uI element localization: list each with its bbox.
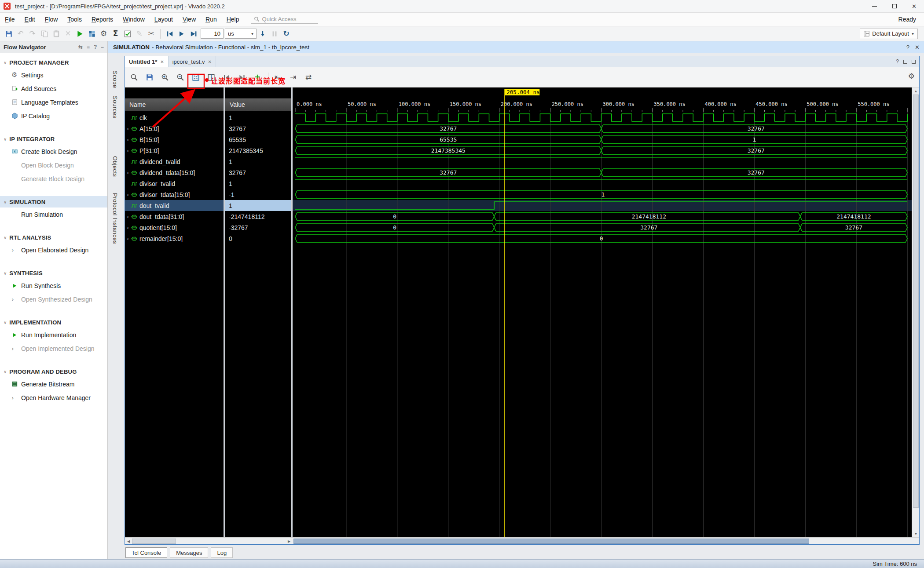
flow-menu-icon[interactable]: ≡: [87, 44, 90, 50]
scroll-left-icon[interactable]: ◀: [125, 538, 132, 545]
settings-gear-icon[interactable]: ⚙: [98, 28, 110, 40]
menu-window[interactable]: Window: [118, 13, 150, 26]
minimize-button[interactable]: [865, 0, 884, 12]
flow-section-header-implementation[interactable]: ∨IMPLEMENTATION: [0, 317, 107, 328]
menu-file[interactable]: File: [0, 13, 20, 26]
signal-row-quotient-15-0[interactable]: ›quotient[15:0]: [125, 222, 224, 233]
collapse-icon[interactable]: ∨: [4, 235, 7, 240]
close-button[interactable]: ✕: [904, 0, 924, 12]
context-help-icon[interactable]: ?: [906, 44, 909, 51]
wave-vertical-scrollbar[interactable]: ▲ ▼: [912, 87, 919, 537]
run-for-icon[interactable]: [187, 28, 199, 40]
bottom-tab-log[interactable]: Log: [211, 547, 233, 558]
expander-icon[interactable]: ›: [125, 236, 131, 242]
vertical-scroll-thumb[interactable]: [913, 95, 919, 508]
bottom-tab-messages[interactable]: Messages: [170, 547, 208, 558]
expander-icon[interactable]: ›: [125, 170, 131, 176]
flow-section-header-simulation[interactable]: ∨SIMULATION: [0, 196, 107, 208]
side-tab-objects[interactable]: Objects: [112, 156, 118, 177]
scroll-up-icon[interactable]: ▲: [912, 87, 920, 95]
tab-ipcore-test-v[interactable]: ipcore_test.v✕: [169, 56, 216, 67]
scroll-down-icon[interactable]: ▼: [912, 530, 920, 537]
step-icon[interactable]: [257, 28, 268, 40]
menu-reports[interactable]: Reports: [87, 13, 118, 26]
context-close-icon[interactable]: ✕: [915, 44, 920, 51]
signal-row-p-31-0[interactable]: ›P[31:0]: [125, 145, 224, 156]
menu-layout[interactable]: Layout: [150, 13, 178, 26]
sim-unit-select[interactable]: us ▾: [225, 29, 257, 39]
run-all-icon[interactable]: [176, 28, 187, 40]
window-help-icon[interactable]: ?: [896, 58, 899, 65]
report-icon[interactable]: [121, 28, 133, 40]
go-to-last-time-icon[interactable]: ⇥: [287, 72, 299, 83]
signal-row-dout-tdata-31-0[interactable]: ›dout_tdata[31:0]: [125, 211, 224, 222]
collapse-icon[interactable]: ∨: [4, 320, 7, 325]
menu-view[interactable]: View: [178, 13, 201, 26]
flow-item-run-synthesis[interactable]: Run Synthesis: [0, 279, 107, 292]
quick-access[interactable]: Quick Access: [251, 15, 318, 24]
side-tab-scope[interactable]: Scope: [112, 71, 118, 88]
signal-row-dout-tvalid[interactable]: dout_tvalid: [125, 200, 224, 211]
flow-section-header-synthesis[interactable]: ∨SYNTHESIS: [0, 267, 107, 279]
wave-scroll-thumb[interactable]: [293, 539, 809, 544]
flow-item-settings[interactable]: ⚙Settings: [0, 68, 107, 82]
name-column-header[interactable]: Name: [129, 101, 146, 108]
edit-icon[interactable]: ✎: [133, 28, 145, 40]
scroll-right-icon[interactable]: ▶: [286, 538, 293, 545]
signal-row-divisor-tdata-15-0[interactable]: ›divisor_tdata[15:0]: [125, 189, 224, 200]
signal-row-divisor-tvalid[interactable]: divisor_tvalid: [125, 178, 224, 189]
float-window-icon[interactable]: [903, 60, 907, 64]
expander-icon[interactable]: ›: [125, 214, 131, 220]
flow-item-open-block-design[interactable]: Open Block Design: [0, 158, 107, 172]
copy-icon[interactable]: [38, 28, 50, 40]
signal-row-a-15-0[interactable]: ›A[15:0]: [125, 123, 224, 134]
tab-close-icon[interactable]: ✕: [208, 59, 211, 64]
signal-row-b-15-0[interactable]: ›B[15:0]: [125, 134, 224, 145]
flow-item-open-implemented-design[interactable]: ›Open Implemented Design: [0, 342, 107, 355]
signal-row-remainder-15-0[interactable]: ›remainder[15:0]: [125, 233, 224, 244]
flow-item-language-templates[interactable]: Language Templates: [0, 95, 107, 109]
sim-runtime-input[interactable]: [201, 29, 224, 39]
flow-section-header-rtl-analysis[interactable]: ∨RTL ANALYSIS: [0, 232, 107, 243]
signal-row-dividend-tdata-15-0[interactable]: ›dividend_tdata[15:0]: [125, 167, 224, 178]
sum-icon[interactable]: Σ: [110, 28, 121, 40]
expander-icon[interactable]: ›: [125, 126, 131, 132]
signal-row-clk[interactable]: clk: [125, 112, 224, 123]
bottom-tab-tcl-console[interactable]: Tcl Console: [125, 547, 167, 558]
collapse-icon[interactable]: ∨: [4, 271, 7, 276]
flow-item-generate-block-design[interactable]: Generate Block Design: [0, 172, 107, 186]
flow-item-add-sources[interactable]: Add Sources: [0, 82, 107, 95]
flow-item-open-synthesized-design[interactable]: ›Open Synthesized Design: [0, 292, 107, 306]
flow-item-create-block-design[interactable]: Create Block Design: [0, 145, 107, 158]
pause-icon[interactable]: [268, 28, 280, 40]
menu-flow[interactable]: Flow: [40, 13, 63, 26]
zoom-fit-icon[interactable]: [190, 72, 202, 83]
restart-icon[interactable]: [164, 28, 176, 40]
expander-icon[interactable]: ›: [125, 225, 131, 231]
probe-icon[interactable]: ✂: [145, 28, 157, 40]
zoom-in-icon[interactable]: [159, 72, 171, 83]
tab-close-icon[interactable]: ✕: [160, 59, 164, 64]
wave-plot[interactable]: 0.000 ns50.000 ns100.000 ns150.000 ns200…: [293, 87, 912, 537]
flow-item-open-hardware-manager[interactable]: ›Open Hardware Manager: [0, 391, 107, 404]
side-tab-protocol-instances[interactable]: Protocol Instances: [112, 193, 118, 244]
menu-tools[interactable]: Tools: [62, 13, 87, 26]
value-column-header[interactable]: Value: [230, 101, 245, 108]
expander-icon[interactable]: ›: [125, 192, 131, 198]
collapse-icon[interactable]: ∨: [4, 60, 7, 65]
flow-help-icon[interactable]: ?: [94, 44, 97, 50]
collapse-icon[interactable]: ∨: [4, 369, 7, 374]
expander-icon[interactable]: ›: [125, 137, 131, 143]
redo-icon[interactable]: ↷: [26, 28, 38, 40]
swap-cursor-icon[interactable]: ⇄: [303, 72, 314, 83]
layout-selector[interactable]: Default Layout ▾: [860, 29, 918, 39]
maximize-window-icon[interactable]: [912, 60, 916, 64]
tab-untitled-1[interactable]: Untitled 1*✕: [125, 56, 169, 67]
save-wave-config-icon[interactable]: [144, 72, 155, 83]
collapse-icon[interactable]: ∨: [4, 200, 7, 204]
flow-minimize-icon[interactable]: –: [101, 44, 104, 50]
flow-item-ip-catalog[interactable]: IP Catalog: [0, 109, 107, 123]
signal-row-dividend-tvalid[interactable]: dividend_tvalid: [125, 156, 224, 167]
flow-section-header-ip-integrator[interactable]: ∨IP INTEGRATOR: [0, 133, 107, 145]
maximize-button[interactable]: [884, 0, 904, 12]
